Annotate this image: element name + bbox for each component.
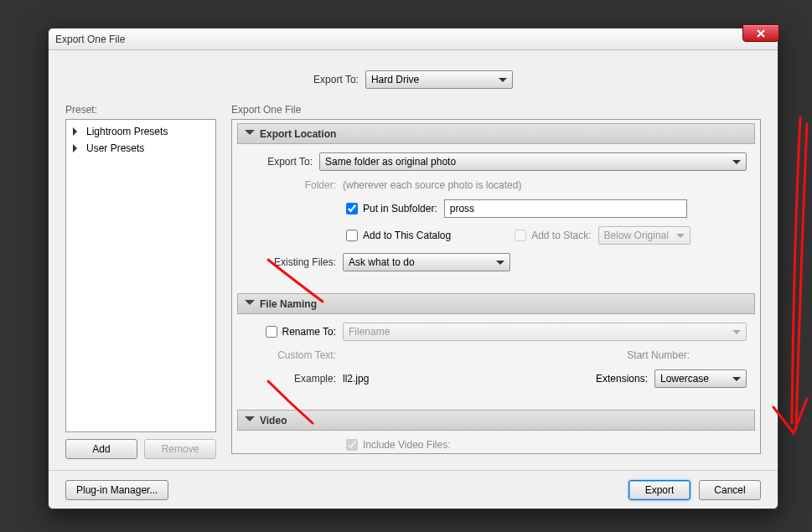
stack-position-value: Below Original [604,230,669,241]
settings-title: Export One File [231,104,761,116]
expand-icon [73,127,81,136]
include-video-label: Include Video Files: [363,439,451,451]
dialog-footer: Plug-in Manager... Export Cancel [49,470,778,509]
section-export-location-header[interactable]: Export Location [237,123,755,144]
settings-panel: Export Location Export To: Same folder a… [231,119,761,454]
section-file-naming-body: Rename To: Filename Custom Text: Start N… [237,314,755,405]
add-to-stack-input [515,230,526,241]
example-label: Example: [246,373,336,385]
put-subfolder-checkbox[interactable]: Put in Subfolder: [346,203,437,214]
section-title: Export Location [260,128,336,140]
window-title: Export One File [55,34,125,45]
collapse-icon [245,130,255,140]
extensions-value: Lowercase [660,373,709,385]
start-number-label: Start Number: [627,349,690,361]
folder-value: (wherever each source photo is located) [343,179,521,191]
include-video-checkbox: Include Video Files: [346,439,451,451]
plugin-manager-button[interactable]: Plug-in Manager... [65,480,168,500]
preset-column: Preset: Lightroom Presets User Presets A… [65,104,216,459]
export-to-value: Hard Drive [371,74,419,85]
settings-scroll[interactable]: Export Location Export To: Same folder a… [232,120,760,453]
folder-label: Folder: [246,179,336,191]
add-to-catalog-label: Add to This Catalog [363,230,451,241]
custom-text-label: Custom Text: [246,349,336,361]
expand-icon [73,144,81,152]
existing-files-select[interactable]: Ask what to do [343,253,510,271]
titlebar: Export One File [49,28,778,50]
preset-label: Preset: [65,104,216,116]
filename-template-select: Filename [343,323,747,341]
extensions-select[interactable]: Lowercase [654,369,747,388]
subfolder-name-input[interactable] [444,199,687,218]
rename-to-checkbox[interactable]: Rename To: [246,326,336,338]
put-subfolder-input[interactable] [346,203,358,214]
export-to-row: Export To: Hard Drive [49,50,778,104]
remove-preset-button: Remove [144,439,216,459]
add-to-stack-label: Add to Stack: [531,230,591,241]
stack-position-select: Below Original [598,226,690,245]
export-button[interactable]: Export [628,480,690,500]
add-to-catalog-checkbox[interactable]: Add to This Catalog [346,230,451,241]
section-title: File Naming [260,298,317,310]
section-video-header[interactable]: Video [237,410,755,431]
export-to-folder-value: Same folder as original photo [325,156,456,168]
add-preset-button[interactable]: Add [65,439,137,459]
preset-item[interactable]: Lightroom Presets [68,123,214,140]
close-button[interactable] [742,24,779,42]
existing-files-value: Ask what to do [349,256,415,268]
section-title: Video [260,415,287,426]
preset-item-label: Lightroom Presets [86,126,168,137]
rename-to-input[interactable] [266,326,277,338]
export-to-select[interactable]: Hard Drive [365,70,513,89]
export-to-folder-select[interactable]: Same folder as original photo [319,152,747,171]
include-video-input [346,439,358,451]
collapse-icon [245,416,255,426]
preset-list[interactable]: Lightroom Presets User Presets [65,119,216,432]
section-export-location-body: Export To: Same folder as original photo… [237,144,755,288]
put-subfolder-label: Put in Subfolder: [363,203,437,214]
extensions-label: Extensions: [596,373,648,385]
rename-to-label: Rename To: [282,326,336,338]
section-file-naming-header[interactable]: File Naming [237,293,755,314]
existing-files-label: Existing Files: [246,256,336,268]
filename-template-value: Filename [349,326,390,338]
example-value: ll2.jpg [343,373,369,385]
cancel-button[interactable]: Cancel [699,480,761,500]
add-to-stack-checkbox: Add to Stack: [515,230,591,241]
export-to-label: Export To: [313,74,359,85]
add-to-catalog-input[interactable] [346,230,358,241]
export-to-field-label: Export To: [246,156,313,168]
preset-item[interactable]: User Presets [68,140,214,157]
collapse-icon [245,300,255,310]
export-dialog: Export One File Export To: Hard Drive Pr… [48,28,778,509]
preset-item-label: User Presets [86,142,144,154]
settings-column: Export One File Export Location Export T… [231,104,761,459]
section-video-body: Include Video Files: Video Format: [237,431,755,453]
